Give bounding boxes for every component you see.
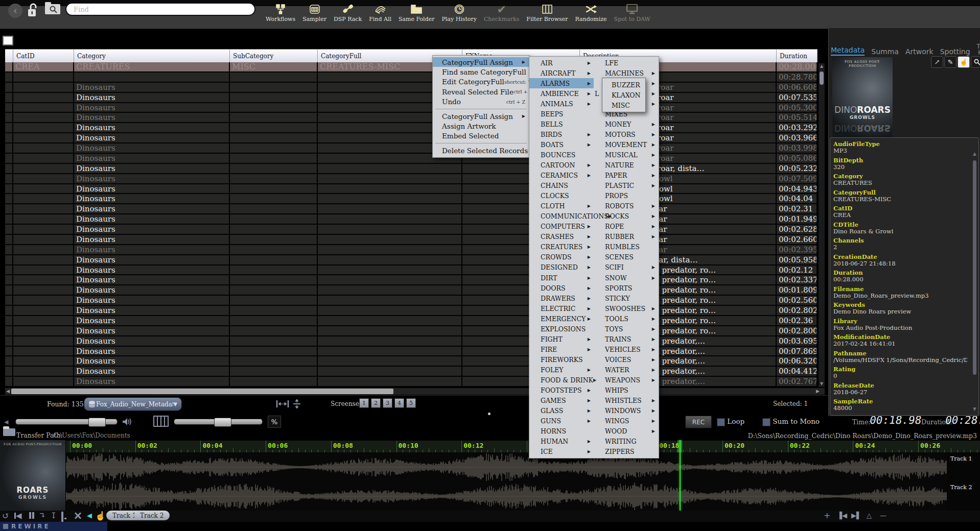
tab-transfer-history[interactable]: Transfer History <box>977 43 980 56</box>
table-row[interactable]: Dinosaursdinosaur, herbivor, roar00:03.2… <box>5 123 818 133</box>
menu-item[interactable]: Assign Artwork <box>433 121 529 131</box>
table-row[interactable]: Dinosaursdinosaur, carnivore, predator,…… <box>5 356 818 367</box>
submenu-item[interactable]: VOICES▶ <box>594 354 658 365</box>
submenu-item[interactable]: WOOD▶ <box>594 426 658 437</box>
field-value[interactable]: 00:28.000 <box>833 276 967 283</box>
submenu-item[interactable]: SWOOSHES▶ <box>594 303 658 313</box>
percent-button[interactable]: % <box>268 416 281 428</box>
eject-icon[interactable]: △ <box>867 512 872 519</box>
volume-slider-thumb[interactable] <box>88 418 106 427</box>
monitor-icon[interactable] <box>61 513 63 522</box>
submenu-item[interactable]: ELECTRIC▶ <box>529 303 594 313</box>
table-row[interactable]: Dinosaursdinosaur, herbivor, roar00:07.5… <box>5 93 818 103</box>
table-row[interactable]: Dinosaursdinosaur, carnivore, predator, … <box>5 316 818 326</box>
submenu-item[interactable]: ALARMS▶ <box>529 78 594 88</box>
workflows-button[interactable]: Workflows <box>266 1 295 22</box>
table-row[interactable]: Dinosaursdinosaur, herbivor, roar00:05.3… <box>5 103 818 113</box>
scroll-left-icon[interactable]: ◀ <box>6 388 10 395</box>
field-value[interactable]: 48000 <box>833 405 967 412</box>
field-value[interactable]: Dino Roars & Growl <box>833 228 967 235</box>
table-horizontal-scrollbar[interactable]: ◀ ▶ <box>5 388 825 395</box>
submenu-item[interactable]: ROBOTS▶ <box>594 201 658 211</box>
submenu-item[interactable]: FIREWORKS <box>529 354 594 365</box>
menu-item[interactable]: Find same CategoryFull <box>433 67 529 77</box>
waveform-track2[interactable] <box>65 482 947 511</box>
table-row[interactable]: Dinosaursreptile, dinosaur, roar00:02.39… <box>5 245 818 255</box>
pitch-slider[interactable] <box>174 419 263 425</box>
scroll-up-icon[interactable]: ▲ <box>972 151 977 156</box>
loop-mode-icon[interactable]: ↺ <box>2 511 9 520</box>
submenu-item[interactable]: MONEY▶ <box>594 119 658 129</box>
column-header[interactable]: SubCategory <box>230 49 318 62</box>
tab-artwork[interactable]: Artwork <box>905 47 934 56</box>
submenu-item[interactable]: BEEPS <box>529 109 594 119</box>
submenu-item[interactable]: FOOD & DRINK▶ <box>529 375 594 385</box>
field-value[interactable]: 2018-06-27 21:48:18 <box>833 260 967 267</box>
field-value[interactable]: 2018-06-27 <box>833 389 967 396</box>
submenu-item[interactable]: SNOW▶ <box>594 273 658 283</box>
scroll-thumb[interactable] <box>820 71 824 85</box>
submenu-item[interactable]: AIRCRAFT▶ <box>529 68 594 78</box>
submenu-item[interactable]: ICE▶ <box>529 447 594 457</box>
field-value[interactable]: CREATURES-MISC <box>833 196 967 203</box>
submenu-item[interactable]: WEAPONS▶ <box>594 375 658 385</box>
select-all-box[interactable] <box>3 36 13 45</box>
return-icon[interactable]: ↴ <box>39 511 45 520</box>
track2-button[interactable]: Track 2 <box>134 511 170 520</box>
tab-spotting[interactable]: Spotting <box>940 47 970 56</box>
submenu-item[interactable]: PAPER▶ <box>594 171 658 181</box>
submenu-item[interactable]: CROWDS▶ <box>529 252 594 262</box>
table-row[interactable]: Dinosaursreptile, dinosaur, roar, dista…… <box>5 255 818 266</box>
table-row[interactable]: Dinosaursdinosaur, carnivore, predator, … <box>5 285 818 296</box>
dsp-rack-button[interactable]: DSP Rack <box>334 1 362 22</box>
submenu-item[interactable]: EMERGENCY▶ <box>529 313 594 324</box>
submenu-item[interactable]: WATER▶ <box>594 365 658 375</box>
table-row[interactable]: Dinosaursreptile, dinosaur, roar00:02.66… <box>5 235 818 245</box>
checkbox-icon[interactable] <box>762 418 771 426</box>
table-row[interactable]: Dinosaursreptile, dinosaur, growl00:04.0… <box>5 194 818 204</box>
submenu-item[interactable]: GUNS▶ <box>529 416 594 426</box>
submenu-item[interactable]: SCIFI▶ <box>594 262 658 273</box>
open-external-icon[interactable]: ↗ <box>931 56 943 68</box>
table-row[interactable]: Dinosaursdinosaur, carnivore, predator,…… <box>5 336 818 347</box>
submenu-item[interactable]: CLOCKS <box>529 191 594 201</box>
submenu-item[interactable]: BELLS <box>529 119 594 129</box>
submenu-item[interactable]: TOYS▶ <box>594 324 658 334</box>
submenu-item[interactable]: PLASTIC▶ <box>594 181 658 191</box>
submenu-item[interactable]: SCENES <box>594 252 658 262</box>
submenu-item[interactable]: CREATURES▶ <box>529 242 594 252</box>
search-input[interactable] <box>65 3 255 16</box>
playhead[interactable] <box>680 440 681 511</box>
submenu-item[interactable]: DOORS▶ <box>529 283 594 293</box>
table-row[interactable]: Dinosaursdinosaur, herbivor, roar, dista… <box>5 164 818 174</box>
album-artwork[interactable]: FOX AUDIO POST-PRODUCTION DINOROARS GROW… <box>832 57 893 139</box>
submenu-item[interactable]: FIRE▶ <box>529 344 594 354</box>
field-value[interactable]: 2 <box>833 244 967 251</box>
sum-to-mono-checkbox[interactable]: Sum to Mono <box>762 417 820 426</box>
back-button[interactable]: ‹ <box>8 4 22 18</box>
field-value[interactable]: MP3 <box>833 148 967 154</box>
submenu-item[interactable]: ANIMALS▶ <box>529 99 594 109</box>
submenu-item[interactable]: CHAINS <box>529 181 594 191</box>
submenu-item[interactable]: TOOLS▶ <box>594 313 658 324</box>
submenu-item[interactable]: AMBIENCE▶ <box>529 88 594 99</box>
submenu-item[interactable]: NATURE▶ <box>594 160 658 170</box>
field-value[interactable]: Demo Dino Roars preview <box>833 308 967 315</box>
waveform-area[interactable]: Track 1 Track 2 <box>0 452 980 511</box>
menu-item[interactable]: Embed Selected <box>433 131 529 141</box>
submenu-item[interactable]: WINGS▶ <box>594 416 658 426</box>
scroll-up-icon[interactable]: ▲ <box>819 63 825 69</box>
submenu-item[interactable]: RUBBER▶ <box>594 232 658 242</box>
table-row[interactable]: Dinosaursdinosaur, carnivore, predator, … <box>5 306 818 316</box>
scroll-down-icon[interactable]: ▼ <box>972 406 977 412</box>
field-value[interactable]: 320 <box>833 164 967 171</box>
timeline-ruler[interactable]: 00:0000:0200:0400:0600:0800:1000:1200:14… <box>0 440 980 453</box>
submenu-item[interactable]: DESIGNED▶ <box>529 262 594 273</box>
submenu-item[interactable]: BIRDS▶ <box>529 129 594 139</box>
metadata-scrollbar[interactable]: ▲ ▼ <box>972 140 977 412</box>
volume-slider[interactable] <box>15 419 118 425</box>
submenu-item[interactable]: ZIPPERS <box>594 447 658 457</box>
menu-item[interactable]: CategoryFull Assign▶ <box>433 111 529 121</box>
field-value[interactable]: Demo_Dino_Roars_preview.mp3 <box>833 293 967 299</box>
find-all-button[interactable]: Find All <box>369 1 391 22</box>
